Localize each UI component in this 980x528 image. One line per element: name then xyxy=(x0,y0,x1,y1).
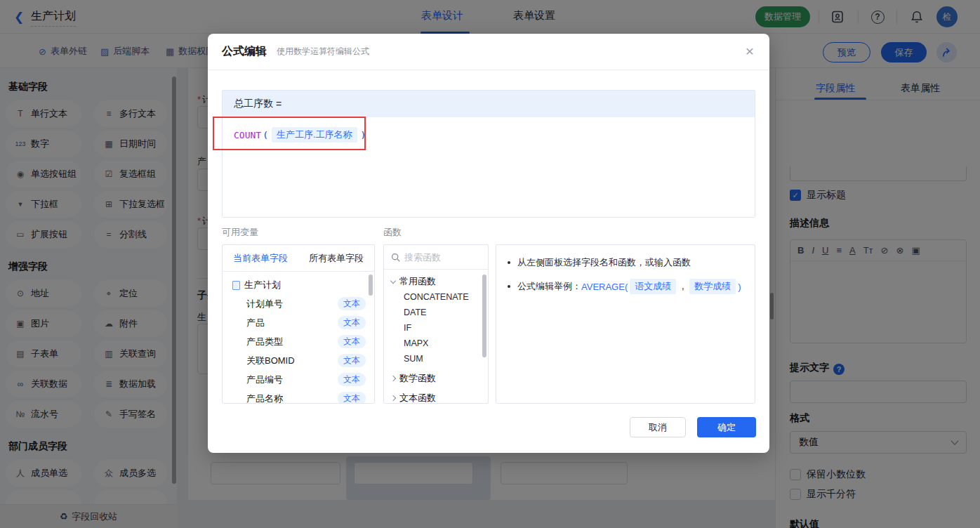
function-group-common[interactable]: 常用函数 xyxy=(384,270,488,289)
type-badge: 文本 xyxy=(338,392,366,404)
help-panel: 从左侧面板选择字段名和函数，或输入函数 公式编辑举例： AVERAGE( 语文成… xyxy=(496,244,755,404)
functions-scrollbar[interactable] xyxy=(482,275,486,357)
example-function: AVERAGE( xyxy=(581,282,628,292)
modal-title: 公式编辑 xyxy=(222,44,267,59)
variable-row[interactable]: 产品编号文本 xyxy=(223,370,374,389)
function-group-math[interactable]: 数学函数 xyxy=(384,367,488,386)
help-tip-2: 公式编辑举例： AVERAGE( 语文成绩 ， 数学成绩 ) xyxy=(506,279,745,294)
caret-right-icon xyxy=(390,395,396,401)
close-icon[interactable]: × xyxy=(746,44,754,58)
variable-row[interactable]: 产品名称文本 xyxy=(223,389,374,404)
function-item[interactable]: IF xyxy=(384,320,488,336)
function-search-input[interactable] xyxy=(404,252,475,263)
formula-highlight-box xyxy=(213,117,366,150)
function-item[interactable]: DATE xyxy=(384,305,488,320)
modal-header: 公式编辑 使用数学运算符编辑公式 × xyxy=(208,34,769,70)
variables-label: 可用变量 xyxy=(222,226,258,239)
variable-row[interactable]: 计划单号文本 xyxy=(223,294,374,313)
function-search[interactable] xyxy=(384,245,488,270)
type-badge: 文本 xyxy=(338,316,366,329)
function-item[interactable]: SUM xyxy=(384,351,488,367)
formula-target-bar: 总工序数 = xyxy=(223,91,755,117)
formula-editor[interactable]: 总工序数 = COUNT(生产工序.工序名称) xyxy=(222,90,755,218)
variable-row[interactable]: 产品类型文本 xyxy=(223,332,374,351)
app-window: ❮ 生产计划 表单设计 表单设置 数据管理 ? 检 ⊘ 表单外链 ▨ 后端脚本 … xyxy=(0,0,980,528)
type-badge: 文本 xyxy=(338,335,366,348)
modal-footer: 取消 确定 xyxy=(630,417,756,437)
modal-subtitle: 使用数学运算符编辑公式 xyxy=(277,46,369,58)
function-item[interactable]: MAPX xyxy=(384,336,488,351)
variable-row[interactable]: 产品文本 xyxy=(223,313,374,332)
example-chip: 数学成绩 xyxy=(689,279,736,294)
caret-right-icon xyxy=(390,376,396,381)
formula-edit-modal: 公式编辑 使用数学运算符编辑公式 × 总工序数 = COUNT(生产工序.工序名… xyxy=(208,34,769,453)
variable-row[interactable]: 关联BOMID文本 xyxy=(223,351,374,370)
tab-all-form-fields[interactable]: 所有表单字段 xyxy=(309,252,364,265)
help-tip-1: 从左侧面板选择字段名和函数，或输入函数 xyxy=(506,256,745,269)
tab-current-form-fields[interactable]: 当前表单字段 xyxy=(233,252,288,265)
type-badge: 文本 xyxy=(338,354,366,367)
functions-label: 函数 xyxy=(383,226,402,239)
confirm-button[interactable]: 确定 xyxy=(697,417,756,437)
type-badge: 文本 xyxy=(338,373,366,386)
caret-down-icon xyxy=(390,277,396,283)
cancel-button[interactable]: 取消 xyxy=(630,417,686,437)
functions-panel: 常用函数 CONCATENATE DATE IF MAPX SUM 数学函数 文… xyxy=(383,244,489,404)
example-chip: 语文成绩 xyxy=(630,279,676,294)
type-badge: 文本 xyxy=(338,297,366,310)
formula-target-field: 总工序数 xyxy=(234,98,273,110)
function-group-text[interactable]: 文本函数 xyxy=(384,386,488,404)
variables-scrollbar[interactable] xyxy=(369,275,373,296)
variables-tree-root[interactable]: 生产计划 xyxy=(223,272,374,294)
search-icon xyxy=(391,253,400,262)
form-doc-icon xyxy=(232,281,240,290)
variables-tabs: 当前表单字段 所有表单字段 xyxy=(223,245,374,272)
function-item[interactable]: CONCATENATE xyxy=(384,289,488,305)
variables-panel: 当前表单字段 所有表单字段 生产计划 计划单号文本 产品文本 产品类型文本 关联… xyxy=(222,244,375,404)
